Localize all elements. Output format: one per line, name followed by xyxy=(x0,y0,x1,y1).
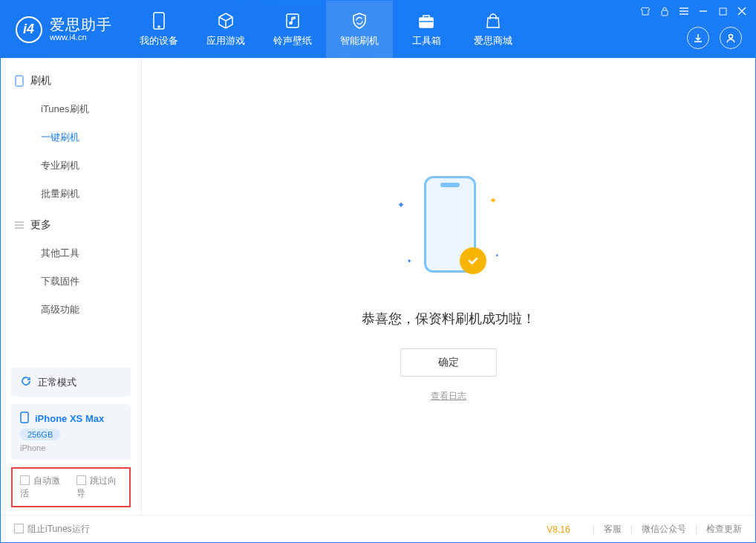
device-type: iPhone xyxy=(20,443,45,452)
sidebar-section-flash: 刷机 xyxy=(1,68,141,95)
close-icon[interactable] xyxy=(736,5,748,17)
sidebar-item-download-firmware[interactable]: 下载固件 xyxy=(1,267,141,296)
skip-setup-checkbox[interactable]: 跳过向导 xyxy=(76,475,123,500)
user-icon[interactable] xyxy=(720,27,742,49)
sidebar-item-other-tools[interactable]: 其他工具 xyxy=(1,239,141,267)
nav-tabs: 我的设备 应用游戏 铃声壁纸 智能刷机 工具箱 爱思商城 xyxy=(126,1,527,58)
section-title: 更多 xyxy=(30,218,51,232)
status-bar: 阻止iTunes运行 V8.16 | 客服 | 微信公众号 | 检查更新 xyxy=(1,515,755,543)
nav-label: 工具箱 xyxy=(412,34,441,48)
device-card[interactable]: iPhone XS Max 256GB iPhone xyxy=(11,404,131,460)
cube-icon xyxy=(216,11,235,30)
footer-link-check-update[interactable]: 检查更新 xyxy=(706,523,742,536)
tab-store[interactable]: 爱思商城 xyxy=(460,1,527,58)
logo-block: i4 爱思助手 www.i4.cn xyxy=(1,16,126,43)
toolbox-icon xyxy=(417,11,436,30)
success-illustration: ✦ • ✦ • xyxy=(400,170,497,289)
tab-apps[interactable]: 应用游戏 xyxy=(192,1,259,58)
sidebar-item-pro-flash[interactable]: 专业刷机 xyxy=(1,152,141,180)
tab-flash[interactable]: 智能刷机 xyxy=(326,1,393,58)
nav-label: 应用游戏 xyxy=(206,34,245,48)
device-block: 正常模式 iPhone XS Max 256GB iPhone 自动激活 跳过向… xyxy=(1,368,141,515)
svg-rect-2 xyxy=(287,14,299,27)
nav-label: 爱思商城 xyxy=(474,34,512,48)
svg-rect-8 xyxy=(16,76,23,86)
svg-point-3 xyxy=(290,22,292,25)
sidebar-item-advanced[interactable]: 高级功能 xyxy=(1,296,141,324)
tab-my-device[interactable]: 我的设备 xyxy=(126,1,192,58)
section-title: 刷机 xyxy=(30,74,51,88)
maximize-icon[interactable] xyxy=(717,5,729,17)
sparkle-icon: ✦ xyxy=(397,200,405,210)
svg-point-7 xyxy=(729,35,733,39)
sparkle-icon: • xyxy=(496,252,498,259)
brand-domain: www.i4.cn xyxy=(50,33,112,42)
content-pane: ✦ • ✦ • 恭喜您，保资料刷机成功啦！ 确定 查看日志 xyxy=(142,58,755,515)
sparkle-icon: • xyxy=(408,256,411,267)
view-log-link[interactable]: 查看日志 xyxy=(431,390,466,403)
bag-icon xyxy=(483,11,503,30)
version-label: V8.16 xyxy=(547,524,570,535)
logo-icon: i4 xyxy=(16,16,42,43)
svg-rect-5 xyxy=(662,10,668,16)
tab-toolbox[interactable]: 工具箱 xyxy=(393,1,460,58)
sidebar-item-oneclick-flash[interactable]: 一键刷机 xyxy=(1,123,141,152)
sidebar-item-batch-flash[interactable]: 批量刷机 xyxy=(1,180,141,208)
phone-small-icon xyxy=(20,412,29,426)
capacity-badge: 256GB xyxy=(20,429,60,440)
nav-label: 我的设备 xyxy=(140,34,178,48)
sidebar-item-itunes-flash[interactable]: iTunes刷机 xyxy=(1,95,141,123)
refresh-icon xyxy=(20,375,32,389)
ok-button[interactable]: 确定 xyxy=(400,348,497,377)
lock-icon[interactable] xyxy=(659,5,671,17)
sparkle-icon: ✦ xyxy=(489,195,497,206)
nav-label: 铃声壁纸 xyxy=(273,34,312,48)
sidebar: 刷机 iTunes刷机 一键刷机 专业刷机 批量刷机 更多 其他工具 下载固件 … xyxy=(1,58,142,515)
title-bar: i4 爱思助手 www.i4.cn 我的设备 应用游戏 铃声壁纸 智能刷机 xyxy=(1,1,755,58)
minimize-icon[interactable] xyxy=(697,5,709,17)
check-badge-icon xyxy=(460,247,486,274)
shield-refresh-icon xyxy=(350,11,369,30)
svg-point-1 xyxy=(158,26,160,27)
mode-label: 正常模式 xyxy=(38,376,76,389)
svg-rect-6 xyxy=(720,8,726,15)
svg-rect-4 xyxy=(420,18,433,27)
footer-link-support[interactable]: 客服 xyxy=(604,523,622,536)
download-icon[interactable] xyxy=(687,27,709,49)
device-name: iPhone XS Max xyxy=(35,413,104,424)
list-icon xyxy=(14,220,25,230)
header-right-icons xyxy=(687,27,742,49)
tab-ringtones[interactable]: 铃声壁纸 xyxy=(259,1,326,58)
shirt-icon[interactable] xyxy=(639,5,651,17)
mode-card[interactable]: 正常模式 xyxy=(11,368,131,397)
main-area: 刷机 iTunes刷机 一键刷机 专业刷机 批量刷机 更多 其他工具 下载固件 … xyxy=(1,58,755,515)
options-highlight-box: 自动激活 跳过向导 xyxy=(11,467,131,507)
device-icon xyxy=(14,76,25,86)
brand-name: 爱思助手 xyxy=(50,16,112,33)
sidebar-section-more: 更多 xyxy=(1,212,141,239)
music-icon xyxy=(283,11,302,30)
block-itunes-checkbox[interactable]: 阻止iTunes运行 xyxy=(14,523,90,536)
window-controls xyxy=(639,5,748,17)
phone-icon xyxy=(149,11,169,30)
app-window: i4 爱思助手 www.i4.cn 我的设备 应用游戏 铃声壁纸 智能刷机 xyxy=(0,0,756,543)
svg-rect-9 xyxy=(21,412,28,423)
nav-label: 智能刷机 xyxy=(340,34,379,48)
success-message: 恭喜您，保资料刷机成功啦！ xyxy=(362,310,535,328)
menu-icon[interactable] xyxy=(678,5,690,17)
auto-activate-checkbox[interactable]: 自动激活 xyxy=(20,475,66,500)
footer-link-wechat[interactable]: 微信公众号 xyxy=(642,523,686,536)
